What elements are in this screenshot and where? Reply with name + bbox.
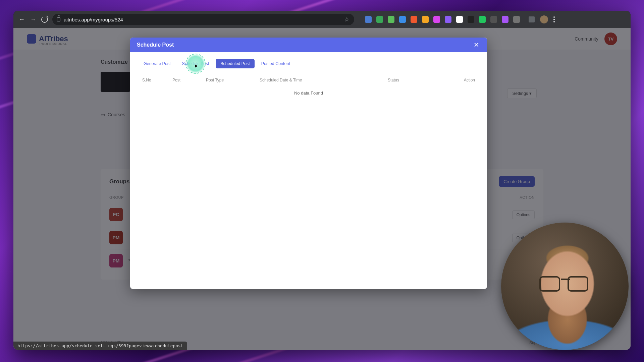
modal-header: Schedule Post ✕ (130, 38, 487, 52)
browser-status-bar: https://aitribes.app/schedule_settings/5… (13, 342, 187, 350)
nav-back-button[interactable]: ← (18, 16, 25, 23)
column-post-type: Post Type (206, 78, 260, 82)
column-post: Post (172, 78, 206, 82)
extension-icon[interactable] (422, 16, 429, 23)
modal-tab-bar: Generate Post Schedule Post Scheduled Po… (139, 59, 478, 68)
extension-icon[interactable] (365, 16, 372, 23)
nav-reload-button[interactable] (41, 16, 48, 23)
tab-generate-post[interactable]: Generate Post (139, 59, 175, 68)
extension-icon[interactable] (502, 16, 508, 23)
browser-menu-icon[interactable] (553, 16, 555, 22)
bookmark-star-icon[interactable]: ☆ (344, 16, 350, 23)
extension-icon[interactable] (468, 16, 474, 23)
column-scheduled-datetime: Scheduled Date & Time (260, 78, 388, 82)
extension-icon[interactable] (445, 16, 451, 23)
extension-icon[interactable] (456, 16, 463, 23)
extension-icon[interactable] (376, 16, 383, 23)
webcam-overlay (501, 223, 629, 350)
address-bar[interactable]: aitribes.app/mygroups/524 ☆ (52, 14, 354, 25)
browser-toolbar: ← → aitribes.app/mygroups/524 ☆ (13, 11, 631, 28)
tab-schedule-post[interactable]: Schedule Post (177, 59, 214, 68)
extension-icon[interactable] (388, 16, 394, 23)
extension-icon[interactable] (399, 16, 406, 23)
nav-forward-button[interactable]: → (30, 16, 37, 23)
tab-scheduled-post[interactable]: Scheduled Post (216, 59, 255, 68)
column-status: Status (388, 78, 438, 82)
scheduled-posts-table: S.No Post Post Type Scheduled Date & Tim… (139, 78, 478, 100)
close-icon[interactable]: ✕ (472, 41, 480, 49)
extension-icons (365, 16, 520, 23)
profile-avatar-icon[interactable] (540, 15, 548, 23)
column-action: Action (438, 78, 475, 82)
lock-icon (57, 17, 60, 21)
extension-icon[interactable] (433, 16, 440, 23)
extension-icon[interactable] (490, 16, 497, 23)
empty-state-message: No data Found (139, 86, 478, 100)
tab-posted-content[interactable]: Posted Content (257, 59, 295, 68)
extensions-menu-icon[interactable] (529, 16, 535, 22)
schedule-post-modal: Schedule Post ✕ Generate Post Schedule P… (130, 38, 487, 289)
extension-icon[interactable] (513, 16, 520, 23)
column-sno: S.No (142, 78, 172, 82)
address-url: aitribes.app/mygroups/524 (64, 17, 123, 22)
modal-title: Schedule Post (137, 42, 174, 48)
extension-icon[interactable] (479, 16, 486, 23)
cursor-icon (195, 64, 198, 68)
extension-icon[interactable] (411, 16, 417, 23)
